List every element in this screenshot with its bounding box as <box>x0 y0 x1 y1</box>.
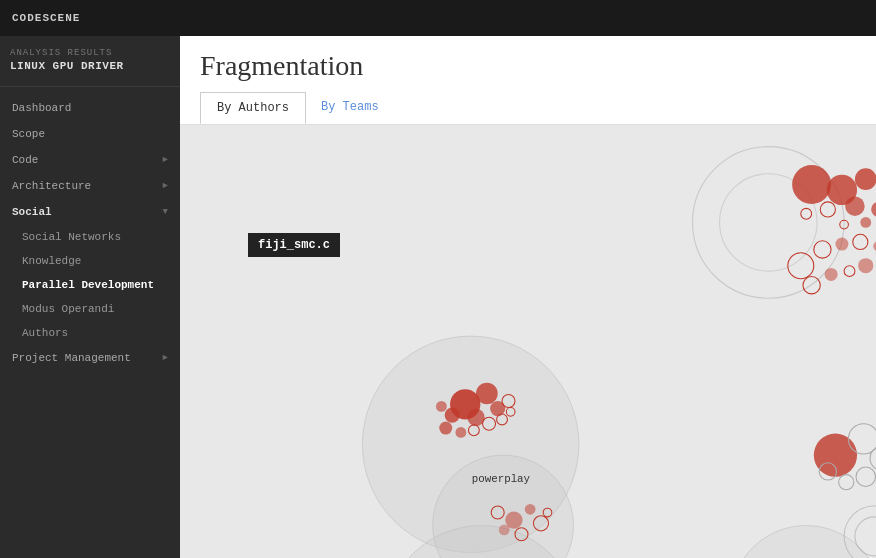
sidebar: ANALYSIS RESULTS LINUX GPU DRIVER Dashbo… <box>0 36 180 558</box>
svg-point-12 <box>871 202 876 217</box>
svg-point-35 <box>870 447 876 471</box>
svg-point-23 <box>853 234 868 249</box>
analysis-header: ANALYSIS RESULTS LINUX GPU DRIVER <box>0 36 180 87</box>
svg-point-44 <box>445 408 460 423</box>
content-header: Fragmentation By Authors By Teams <box>180 36 876 125</box>
sidebar-item-authors[interactable]: Authors <box>0 321 180 345</box>
visualization-container: fiji_smc.c <box>180 125 876 558</box>
svg-point-11 <box>845 196 864 215</box>
svg-point-56 <box>525 504 536 515</box>
chevron-down-icon: ▼ <box>163 207 168 217</box>
chevron-right-icon: ► <box>163 181 168 191</box>
main-layout: ANALYSIS RESULTS LINUX GPU DRIVER Dashbo… <box>0 36 876 558</box>
svg-point-29 <box>844 266 855 277</box>
logo: CODESCENE <box>12 12 80 24</box>
svg-point-6 <box>792 165 831 204</box>
sidebar-item-social-networks[interactable]: Social Networks <box>0 225 180 249</box>
svg-point-42 <box>476 383 498 405</box>
sidebar-item-social[interactable]: Social ▼ <box>0 199 180 225</box>
tab-by-teams[interactable]: By Teams <box>305 92 395 124</box>
svg-point-8 <box>855 168 876 190</box>
sidebar-item-dashboard[interactable]: Dashboard <box>0 95 180 121</box>
sidebar-item-knowledge[interactable]: Knowledge <box>0 249 180 273</box>
top-bar: CODESCENE <box>0 0 876 36</box>
sidebar-item-architecture[interactable]: Architecture ► <box>0 173 180 199</box>
svg-point-52 <box>436 401 447 412</box>
svg-point-36 <box>856 467 875 486</box>
svg-point-5 <box>730 526 876 558</box>
svg-point-30 <box>858 258 873 273</box>
content-area: Fragmentation By Authors By Teams fiji_s… <box>180 36 876 558</box>
tab-by-authors[interactable]: By Authors <box>200 92 306 124</box>
sidebar-item-code[interactable]: Code ► <box>0 147 180 173</box>
svg-point-15 <box>801 208 812 219</box>
svg-point-59 <box>499 524 510 535</box>
chevron-right-icon: ► <box>163 353 168 363</box>
analysis-title: LINUX GPU DRIVER <box>10 60 170 72</box>
tabs: By Authors By Teams <box>200 92 856 124</box>
svg-point-33 <box>814 434 857 477</box>
sidebar-item-project-management[interactable]: Project Management ► <box>0 345 180 371</box>
svg-point-14 <box>820 202 835 217</box>
svg-point-46 <box>439 422 452 435</box>
sidebar-item-parallel-development[interactable]: Parallel Development <box>0 273 180 297</box>
sidebar-item-scope[interactable]: Scope <box>0 121 180 147</box>
svg-point-47 <box>455 427 466 438</box>
svg-point-16 <box>860 217 871 228</box>
chevron-right-icon: ► <box>163 155 168 165</box>
svg-point-34 <box>848 424 876 454</box>
svg-point-21 <box>814 241 831 258</box>
page-title: Fragmentation <box>200 50 856 82</box>
svg-point-28 <box>825 268 838 281</box>
sidebar-nav: Dashboard Scope Code ► Architecture ► So… <box>0 87 180 379</box>
analysis-label: ANALYSIS RESULTS <box>10 48 170 58</box>
label-powerplay: powerplay <box>472 473 531 485</box>
fragmentation-chart: powerplay scheduleandkfd amdgpu include <box>180 125 876 558</box>
sidebar-item-modus-operandi[interactable]: Modus Operandi <box>0 297 180 321</box>
svg-point-22 <box>835 238 848 251</box>
svg-point-37 <box>839 475 854 490</box>
